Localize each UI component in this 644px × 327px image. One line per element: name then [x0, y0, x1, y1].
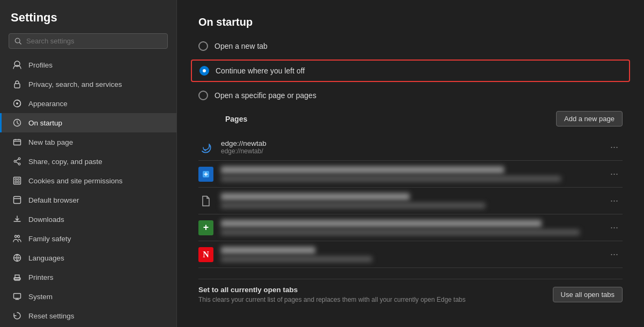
download-icon — [12, 214, 22, 224]
system-icon — [12, 292, 22, 301]
page-name-newtab: edge://newtab — [221, 139, 598, 147]
search-box[interactable] — [9, 33, 168, 49]
sidebar-item-label: Reset settings — [28, 312, 75, 320]
sidebar-item-system[interactable]: System — [0, 287, 176, 306]
lock-icon — [12, 79, 22, 89]
radio-circle-specific — [198, 91, 208, 100]
sidebar-item-privacy[interactable]: Privacy, search, and services — [0, 75, 176, 94]
page-more-newtab[interactable]: ··· — [606, 140, 623, 154]
share-icon — [12, 157, 22, 166]
sidebar-item-on-startup[interactable]: On startup — [0, 113, 176, 132]
search-icon — [14, 38, 22, 45]
main-content: On startup Open a new tab Continue where… — [177, 0, 644, 327]
sidebar-item-cookies[interactable]: Cookies and site permissions — [0, 171, 176, 190]
bottom-bar: Set to all currently open tabs This clea… — [198, 279, 623, 303]
pages-section: Pages Add a new page edge://newtab edge:… — [198, 111, 623, 268]
nav-list: Profiles Privacy, search, and services A… — [0, 55, 176, 327]
sidebar-item-label: System — [28, 293, 53, 301]
page-url-5 — [221, 256, 372, 262]
bottom-title: Set to all currently open tabs — [198, 286, 542, 294]
person-icon — [12, 60, 22, 70]
radio-circle-continue — [199, 66, 209, 76]
radio-open-specific[interactable]: Open a specific page or pages — [198, 91, 623, 100]
page-url-newtab: edge://newtab/ — [221, 147, 598, 155]
svg-rect-13 — [18, 179, 19, 180]
green-favicon: + — [198, 220, 213, 235]
language-icon — [12, 253, 22, 263]
radio-open-new-tab[interactable]: Open a new tab — [198, 41, 623, 51]
sidebar-item-printers[interactable]: Printers — [0, 267, 176, 287]
search-input[interactable] — [26, 37, 162, 45]
page-info-newtab: edge://newtab edge://newtab/ — [221, 139, 598, 155]
sidebar-item-label: Printers — [28, 273, 54, 281]
radio-continue[interactable]: Continue where you left off — [191, 60, 630, 82]
cookies-icon — [12, 176, 22, 185]
page-url-3 — [221, 203, 485, 209]
page-item-newtab: edge://newtab edge://newtab/ ··· — [198, 134, 623, 161]
page-url-4 — [221, 229, 580, 235]
sidebar: Settings Profiles Privacy, search, and s… — [0, 0, 177, 327]
sidebar-item-share[interactable]: Share, copy, and paste — [0, 152, 176, 171]
sidebar-item-label: Appearance — [28, 100, 68, 108]
add-page-button[interactable]: Add a new page — [556, 111, 623, 127]
sidebar-item-label: Share, copy, and paste — [28, 158, 102, 166]
page-more-5[interactable]: ··· — [606, 248, 623, 261]
blue-favicon — [198, 167, 213, 182]
sidebar-item-appearance[interactable]: Appearance — [0, 94, 176, 113]
radio-circle-new-tab — [198, 41, 208, 51]
reset-icon — [12, 311, 22, 321]
sidebar-item-label: Privacy, search, and services — [28, 80, 122, 88]
bottom-desc: This clears your current list of pages a… — [198, 296, 542, 303]
clock-icon — [12, 118, 22, 128]
doc-favicon — [198, 194, 213, 209]
page-name-3 — [221, 193, 410, 200]
sidebar-item-reset[interactable]: Reset settings — [0, 306, 176, 325]
sidebar-item-label: Languages — [28, 254, 64, 262]
page-url-2 — [221, 176, 561, 182]
radio-label-continue: Continue where you left off — [216, 66, 305, 75]
page-item-2: ··· — [198, 161, 623, 188]
sidebar-item-label: Profiles — [28, 61, 53, 69]
page-item-5: N ··· — [198, 241, 623, 268]
appearance-icon — [12, 99, 22, 108]
sidebar-item-family[interactable]: Family safety — [0, 229, 176, 248]
sidebar-item-label: Default browser — [28, 196, 79, 204]
family-icon — [12, 234, 22, 243]
sidebar-title: Settings — [0, 11, 176, 33]
svg-rect-21 — [14, 294, 21, 299]
page-info-2 — [221, 166, 598, 182]
page-name-4 — [221, 220, 542, 227]
page-item-3: ··· — [198, 188, 623, 214]
svg-line-1 — [19, 42, 21, 44]
use-all-tabs-button[interactable]: Use all open tabs — [553, 287, 623, 302]
browser-icon — [12, 195, 22, 205]
sidebar-item-new-tab[interactable]: New tab page — [0, 132, 176, 152]
pages-header: Pages Add a new page — [198, 111, 623, 127]
bottom-text: Set to all currently open tabs This clea… — [198, 286, 542, 303]
netflix-favicon: N — [198, 247, 213, 262]
svg-rect-7 — [14, 140, 21, 145]
sidebar-item-label: New tab page — [28, 138, 73, 146]
page-title: On startup — [198, 16, 623, 28]
sidebar-item-label: Family safety — [28, 235, 71, 243]
svg-rect-12 — [15, 179, 17, 180]
sidebar-item-downloads[interactable]: Downloads — [0, 210, 176, 229]
page-more-3[interactable]: ··· — [606, 194, 623, 207]
pages-label: Pages — [225, 115, 247, 123]
svg-point-8 — [18, 158, 20, 160]
sidebar-item-label: Downloads — [28, 215, 64, 224]
edge-favicon — [198, 140, 213, 155]
page-more-4[interactable]: ··· — [606, 221, 623, 234]
radio-label-new-tab: Open a new tab — [214, 42, 268, 50]
page-name-5 — [221, 247, 315, 254]
svg-point-9 — [18, 163, 20, 165]
sidebar-item-label: On startup — [28, 119, 62, 127]
sidebar-item-profiles[interactable]: Profiles — [0, 55, 176, 75]
page-more-2[interactable]: ··· — [606, 167, 623, 181]
sidebar-item-languages[interactable]: Languages — [0, 248, 176, 267]
svg-point-17 — [15, 235, 17, 237]
printer-icon — [12, 272, 22, 282]
radio-label-specific: Open a specific page or pages — [214, 91, 316, 100]
sidebar-item-default-browser[interactable]: Default browser — [0, 190, 176, 210]
page-info-5 — [221, 247, 598, 262]
